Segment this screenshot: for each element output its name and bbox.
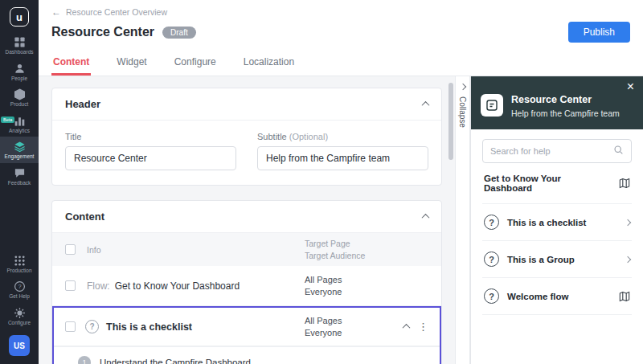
sidebar-item-label: Dashboards <box>5 50 33 55</box>
tab-configure[interactable]: Configure <box>173 50 218 76</box>
publish-button[interactable]: Publish <box>568 22 630 43</box>
sidebar-item-dashboards[interactable]: Dashboards <box>0 32 39 59</box>
question-circle-icon: ? <box>484 288 499 304</box>
preview-item-label: Welcome flow <box>507 292 568 301</box>
column-info: Info <box>87 245 305 255</box>
sidebar-item-label: Get Help <box>9 294 30 300</box>
content-card-head[interactable]: Content <box>52 201 441 233</box>
sidebar-item-analytics[interactable]: Beta Analytics <box>0 111 39 137</box>
content-card: Content Info Target Page Target Audience <box>51 200 442 364</box>
subtitle-input[interactable] <box>257 146 428 170</box>
title-field: Title <box>65 132 236 170</box>
sidebar-item-label: People <box>11 76 27 82</box>
header-fields: Title Subtitle (Optional) <box>52 121 441 185</box>
search-input[interactable] <box>490 146 613 156</box>
column-target-audience: Target Audience <box>305 251 395 260</box>
content-row-flow[interactable]: Flow: Get to Know Your Dashboard All Pag… <box>52 266 441 306</box>
sidebar-item-production[interactable]: Production <box>0 251 39 277</box>
select-all-checkbox[interactable] <box>65 244 76 255</box>
close-icon[interactable]: × <box>627 80 634 93</box>
row-checkbox[interactable] <box>65 280 76 291</box>
breadcrumb-link[interactable]: Resource Center Overview <box>66 7 167 17</box>
preview-subtitle: Help from the Campfire team <box>511 108 620 118</box>
engagement-layers-icon <box>14 141 26 153</box>
svg-text:?: ? <box>18 283 21 290</box>
preview-item-flow[interactable]: Get to Know Your Dashboard <box>482 163 632 204</box>
collapse-panel-toggle[interactable]: Collapse <box>455 76 470 364</box>
sidebar-item-label: Configure <box>8 321 31 326</box>
row-label: This is a checklist <box>106 321 192 333</box>
question-circle-icon: ? <box>484 252 499 267</box>
preview-title: Resource Center <box>511 94 620 105</box>
user-avatar[interactable]: US <box>9 335 30 356</box>
target-audience-value: Everyone <box>305 287 395 297</box>
chevron-right-icon <box>625 256 631 262</box>
card-title: Content <box>65 211 104 223</box>
tab-widget[interactable]: Widget <box>115 50 148 76</box>
target-page-value: All Pages <box>305 316 395 325</box>
preview-item-checklist[interactable]: ? This is a checklist <box>482 204 632 241</box>
back-arrow-icon[interactable]: ← <box>51 6 61 18</box>
chevron-right-icon <box>459 84 465 90</box>
sidebar-item-product[interactable]: Product <box>0 84 39 111</box>
preview-item-group[interactable]: ? This is a Group <box>482 241 632 278</box>
content-row-checklist[interactable]: ? This is a checklist All Pages Everyone… <box>54 308 440 346</box>
target-audience-value: Everyone <box>305 328 395 337</box>
subtitle-field: Subtitle (Optional) <box>257 132 428 170</box>
app-window: u Dashboards People Product Beta Analyt <box>0 0 643 364</box>
app-sidebar: u Dashboards People Product Beta Analyt <box>0 0 39 364</box>
collapse-row-chevron-icon[interactable] <box>403 324 411 332</box>
preview-item-label: This is a checklist <box>507 218 586 227</box>
question-circle-icon: ? <box>85 320 99 333</box>
kebab-menu-icon[interactable]: ⋮ <box>418 321 428 332</box>
sidebar-item-label: Engagement <box>5 154 35 160</box>
beta-badge: Beta <box>1 117 14 123</box>
preview-body: Get to Know Your Dashboard ? This is a c… <box>471 129 643 364</box>
flow-map-icon <box>619 178 630 189</box>
card-title: Header <box>65 98 100 110</box>
main-column: ← Resource Center Overview Resource Cent… <box>39 0 643 364</box>
sidebar-item-feedback[interactable]: Feedback <box>0 163 39 190</box>
chevron-up-icon[interactable] <box>422 214 430 222</box>
row-checkbox[interactable] <box>65 321 76 332</box>
sidebar-item-label: Feedback <box>8 181 31 186</box>
preview-item-label: This is a Group <box>507 255 575 264</box>
app-logo[interactable]: u <box>10 7 29 27</box>
sidebar-item-label: Analytics <box>9 129 30 134</box>
help-search[interactable] <box>482 139 632 163</box>
page-header: ← Resource Center Overview Resource Cent… <box>39 0 643 43</box>
target-page-value: All Pages <box>305 275 395 284</box>
resource-center-icon <box>481 94 503 117</box>
chevron-right-icon <box>625 219 631 225</box>
breadcrumb: ← Resource Center Overview <box>51 6 630 18</box>
header-card-head[interactable]: Header <box>52 88 441 121</box>
row-label: Get to Know Your Dashboard <box>115 280 240 292</box>
sidebar-item-get-help[interactable]: ? Get Help <box>0 276 39 303</box>
sidebar-item-engagement[interactable]: Engagement <box>0 137 39 163</box>
sidebar-item-configure[interactable]: Configure <box>0 303 39 329</box>
collapse-label: Collapse <box>458 96 467 128</box>
preview-header: × Resource Center Help from the Campfire… <box>471 76 643 129</box>
checklist-item[interactable]: 1 Understand the Campfire Dashboard <box>54 346 440 364</box>
column-target-page: Target Page <box>305 239 395 248</box>
chevron-up-icon[interactable] <box>422 101 430 109</box>
subtitle-field-label: Subtitle <box>257 132 287 141</box>
title-input[interactable] <box>65 146 236 170</box>
resource-center-preview: × Resource Center Help from the Campfire… <box>470 76 643 364</box>
tab-localization[interactable]: Localization <box>242 50 296 76</box>
preview-item-welcome-flow[interactable]: ? Welcome flow <box>482 278 632 315</box>
title-field-label: Title <box>65 132 236 141</box>
row-type-prefix: Flow: <box>87 280 110 292</box>
sidebar-item-people[interactable]: People <box>0 59 39 85</box>
production-grid-icon <box>14 255 26 267</box>
scrollbar-thumb[interactable] <box>448 83 453 160</box>
tab-content[interactable]: Content <box>51 50 91 76</box>
editor-scroll-area: Header Title Subtitle (Optional) <box>39 76 455 364</box>
subtitle-optional-hint: (Optional) <box>289 132 328 141</box>
dashboards-icon <box>14 36 26 48</box>
selected-checklist-group: ? This is a checklist All Pages Everyone… <box>52 306 441 364</box>
question-circle-icon: ? <box>484 215 499 230</box>
title-row: Resource Center Draft Publish <box>51 22 630 43</box>
sidebar-item-label: Production <box>6 268 31 274</box>
analytics-icon <box>14 115 26 127</box>
